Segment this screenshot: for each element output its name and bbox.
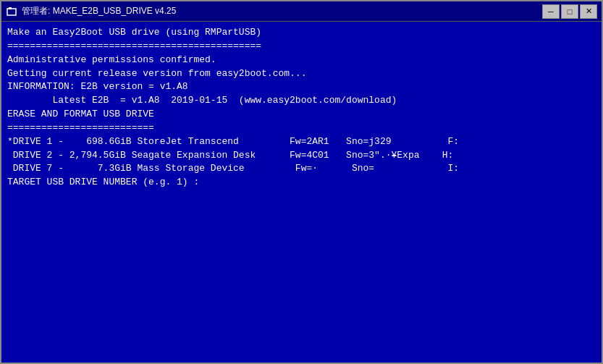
title-bar-controls: ─ □ ✕ [542, 4, 597, 19]
svg-rect-1 [9, 7, 12, 9]
main-window: 管理者: MAKE_E2B_USB_DRIVE v4.25 ─ □ ✕ Make… [0, 0, 603, 364]
window-icon [6, 6, 17, 17]
console-line: ========================== [7, 122, 596, 135]
title-bar: 管理者: MAKE_E2B_USB_DRIVE v4.25 ─ □ ✕ [1, 1, 602, 22]
console-line: Getting current release version from eas… [7, 67, 596, 81]
close-button[interactable]: ✕ [580, 4, 597, 19]
console-line: DRIVE 2 - 2,794.5GiB Seagate Expansion D… [7, 149, 596, 163]
svg-rect-0 [7, 9, 16, 15]
console-line: ERASE AND FORMAT USB DRIVE [7, 108, 596, 122]
maximize-button[interactable]: □ [561, 4, 578, 19]
minimize-button[interactable]: ─ [542, 4, 560, 19]
console-line: *DRIVE 1 - 698.6GiB StoreJet Transcend F… [7, 135, 596, 149]
title-bar-text: 管理者: MAKE_E2B_USB_DRIVE v4.25 [22, 5, 176, 17]
console-line: Latest E2B = v1.A8 2019-01-15 (www.easy2… [7, 94, 596, 108]
title-bar-left: 管理者: MAKE_E2B_USB_DRIVE v4.25 [6, 5, 176, 17]
console-line: INFORMATION: E2B version = v1.A8 [7, 80, 596, 94]
console-line: Administrative permissions confirmed. [7, 54, 596, 67]
console-line: TARGET USB DRIVE NUMBER (e.g. 1) : [7, 176, 596, 190]
console-line: ========================================… [7, 40, 596, 54]
console-area[interactable]: Make an Easy2Boot USB drive (using RMPar… [1, 22, 602, 363]
console-line: DRIVE 7 - 7.3GiB Mass Storage Device Fw=… [7, 162, 596, 176]
console-line: Make an Easy2Boot USB drive (using RMPar… [7, 26, 596, 40]
